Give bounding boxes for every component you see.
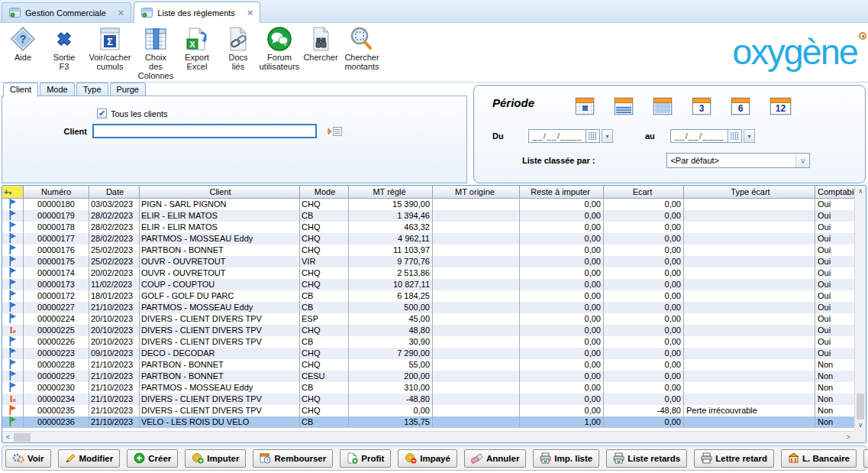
table-row[interactable]: 00000224 20/10/2023 DIVERS - CLIENT DIVE…	[2, 313, 866, 325]
cell-ecart: 0,00	[604, 325, 684, 336]
col-header-numero[interactable]: Numéro	[24, 186, 89, 198]
table-row[interactable]: 00000175 25/02/2023 OUVR - OUVRETOUT VIR…	[2, 256, 866, 267]
cell-numero: 00000223	[24, 348, 89, 359]
col-header-ecart[interactable]: Ecart	[604, 186, 684, 198]
tab-purge[interactable]: Purge	[110, 83, 146, 96]
table-row[interactable]: 00000227 21/10/2023 PARTMOS - MOSSEAU Ed…	[2, 302, 866, 313]
scroll-left-icon[interactable]: <	[2, 433, 14, 441]
period-month-button[interactable]	[653, 98, 672, 115]
table-row[interactable]: 00000178 28/02/2023 ELIR - ELIR MATOS CH…	[2, 222, 866, 233]
cell-mode: CHQ	[300, 325, 349, 336]
annuler-button[interactable]: Annuler	[464, 449, 526, 468]
choix-des-colonnes-button[interactable]: Choix des Colonnes	[136, 26, 176, 80]
voir-cacher-cumuls-button[interactable]: Σ Voir/cacher cumuls	[86, 26, 134, 71]
column-chooser-button[interactable]: +▾	[2, 186, 24, 198]
cell-comptabilise: Non	[815, 405, 856, 416]
close-icon[interactable]: ×	[247, 9, 253, 17]
horizontal-scrollbar[interactable]: < >	[2, 431, 854, 442]
col-header-type-ecart[interactable]: Type écart	[684, 186, 815, 198]
col-header-mt-origine[interactable]: MT origine	[433, 186, 520, 198]
modifier-button[interactable]: Modifier	[58, 449, 121, 468]
reglements-table: +▾ Numéro Date Client Mode MT réglé MT o…	[2, 185, 866, 443]
period-6-months-button[interactable]: 6	[731, 98, 750, 115]
chercher-montants-button[interactable]: Chercher montants	[342, 26, 382, 71]
scroll-right-icon[interactable]: >	[843, 433, 854, 441]
col-header-client[interactable]: Client	[140, 186, 300, 198]
table-row[interactable]: 00000172 18/01/2023 GOLF - GOLF DU PARC …	[2, 290, 866, 302]
tab-liste-des-reglements[interactable]: Liste des règlements ×	[134, 2, 260, 23]
col-header-date[interactable]: Date	[89, 186, 140, 198]
l-bancaire-button[interactable]: L. Bancaire	[781, 449, 857, 468]
forum-utilisateurs-button[interactable]: Forum utilisateurs	[260, 26, 299, 71]
col-header-mt-regle[interactable]: MT réglé	[349, 186, 433, 198]
table-row[interactable]: 00000173 11/02/2023 COUP - COUPTOU CHQ 1…	[2, 279, 866, 290]
tab-mode[interactable]: Mode	[40, 83, 75, 96]
period-12-months-button[interactable]: 12	[770, 98, 791, 115]
imputer-button[interactable]: Imputer	[185, 449, 246, 468]
chercher-button[interactable]: Chercher	[301, 26, 340, 62]
table-row[interactable]: 00000176 25/02/2023 PARTBON - BONNET CHQ…	[2, 245, 866, 256]
rembourser-button[interactable]: Rembourser	[253, 449, 333, 468]
tab-type[interactable]: Type	[76, 83, 108, 96]
table-row[interactable]: 00000179 28/02/2023 ELIR - ELIR MATOS CB…	[2, 210, 866, 222]
period-day-button[interactable]	[576, 98, 594, 115]
tab-client[interactable]: Client	[3, 83, 38, 97]
vertical-scrollbar[interactable]: ∧ ∨	[854, 186, 866, 431]
table-row[interactable]: Io 00000225 20/10/2023 DIVERS - CLIENT D…	[2, 325, 866, 336]
cell-reste-a-imputer: 0,00	[520, 290, 604, 302]
date-from-input[interactable]: __/__/____	[528, 129, 586, 143]
period-3-months-button[interactable]: 3	[692, 98, 711, 115]
table-row[interactable]: 00000223 09/10/2023 DECO - DECODAR CHQ 7…	[2, 348, 866, 359]
flag-icon	[8, 382, 17, 392]
table-row[interactable]: 00000174 20/02/2023 OUVR - OUVRETOUT CHQ…	[2, 267, 866, 279]
flag-icon	[8, 267, 17, 277]
cell-client: VELO - LES ROIS DU VELO	[140, 416, 300, 428]
client-input[interactable]	[92, 124, 317, 138]
col-header-mode[interactable]: Mode	[300, 186, 349, 198]
imp-liste-button[interactable]: Imp. liste	[533, 449, 599, 468]
period-week-button[interactable]	[615, 98, 633, 115]
table-row[interactable]: 00000226 20/10/2023 DIVERS - CLIENT DIVE…	[2, 336, 866, 348]
lettre-retard-button[interactable]: Lettre retard	[694, 449, 774, 468]
cell-mt-regle: 30,90	[349, 336, 433, 348]
creer-button[interactable]: Créer	[127, 449, 178, 468]
table-row[interactable]: 00000236 21/10/2023 VELO - LES ROIS DU V…	[2, 416, 866, 428]
table-row[interactable]: 00000235 21/10/2023 DIVERS - CLIENT DIVE…	[2, 405, 866, 416]
table-row[interactable]: 00000230 21/10/2023 PARTMOS - MOSSEAU Ed…	[2, 382, 866, 394]
scrollbar-thumb[interactable]	[14, 433, 31, 442]
trf-cpta-button[interactable]: Trf cpta	[863, 449, 868, 468]
cell-comptabilise: Oui	[815, 290, 856, 302]
table-row[interactable]: 00000228 21/10/2023 PARTBON - BONNET CHQ…	[2, 359, 866, 371]
table-header: +▾ Numéro Date Client Mode MT réglé MT o…	[2, 186, 866, 199]
table-row[interactable]: 00000229 21/10/2023 PARTBON - BONNET CES…	[2, 371, 866, 382]
tab-gestion-commerciale[interactable]: Gestion Commerciale ×	[2, 2, 131, 22]
voir-button[interactable]: Voir	[5, 449, 51, 468]
impaye-button[interactable]: Impayé	[398, 449, 457, 468]
date-to-input[interactable]: __/__/____	[670, 129, 728, 143]
profit-button[interactable]: Profit	[340, 449, 391, 468]
close-icon[interactable]: ×	[118, 9, 124, 17]
aide-button[interactable]: ? Aide	[3, 26, 43, 62]
col-header-reste[interactable]: Reste à imputer	[520, 186, 604, 198]
calendar-picker-icon[interactable]	[586, 129, 600, 143]
scroll-up-icon[interactable]: ∧	[858, 186, 863, 197]
cell-date: 21/10/2023	[89, 394, 140, 405]
chevron-down-icon[interactable]: ▼	[744, 129, 755, 143]
chevron-down-icon[interactable]: ▼	[602, 129, 613, 143]
col-header-comptabilise[interactable]: Comptabilisé	[815, 186, 856, 198]
client-lookup-button[interactable]	[326, 126, 343, 137]
table-row[interactable]: Io 00000234 21/10/2023 DIVERS - CLIENT D…	[2, 394, 866, 405]
table-row[interactable]: 00000177 28/02/2023 PARTMOS - MOSSEAU Ed…	[2, 233, 866, 245]
scrollbar-thumb[interactable]	[857, 394, 864, 420]
calendar-picker-icon[interactable]	[728, 129, 742, 143]
cell-ecart: 0,00	[604, 222, 684, 233]
table-row[interactable]: 00000180 03/03/2023 PIGN - SARL PIGNON C…	[2, 199, 866, 210]
tous-les-clients-checkbox[interactable]: ✔	[97, 109, 107, 118]
export-excel-button[interactable]: X Export Excel	[177, 26, 217, 71]
sortie-f3-button[interactable]: Sortie F3	[44, 26, 84, 71]
sort-select[interactable]: <Par défaut> ∨	[666, 153, 810, 168]
cell-numero: 00000226	[24, 336, 89, 348]
scroll-down-icon[interactable]: ∨	[858, 420, 863, 431]
liste-retards-button[interactable]: Liste retards	[606, 449, 687, 468]
docs-lies-button[interactable]: Docs liés	[218, 26, 258, 71]
